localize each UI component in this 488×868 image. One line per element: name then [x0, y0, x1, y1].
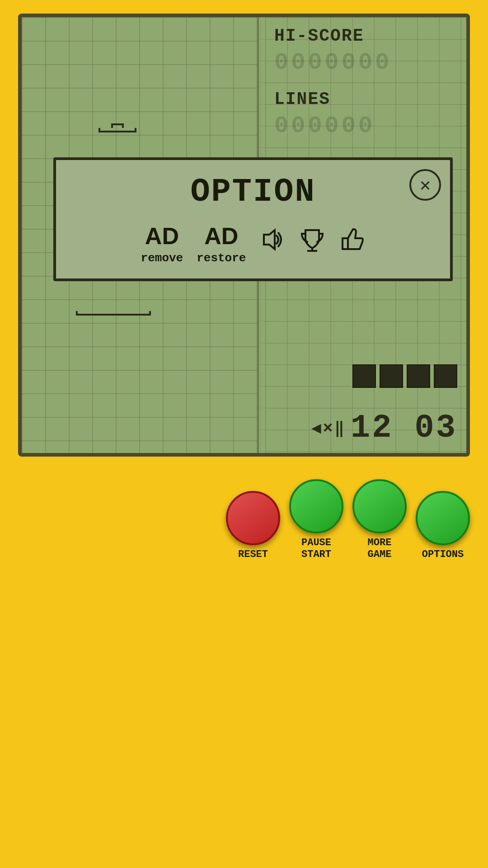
sound-icon [259, 226, 286, 259]
timer-display: ◀×‖ 12 03 [311, 410, 457, 447]
ad-remove-button[interactable]: AD remove [141, 224, 183, 265]
next-block-4 [434, 364, 457, 388]
options-button[interactable] [416, 491, 470, 545]
ad-remove-label: remove [141, 251, 183, 265]
more-game-btn-wrap: MOREGAME [352, 479, 407, 561]
hi-score-value: 0000000 [274, 49, 457, 76]
svg-marker-0 [264, 230, 275, 249]
ad-restore-icon: AD [204, 224, 238, 248]
action-buttons-area: RESET PAUSESTART MOREGAME OPTIONS [226, 479, 470, 561]
next-block-2 [380, 364, 403, 388]
ad-restore-label: restore [197, 251, 246, 265]
reset-label: RESET [238, 549, 268, 561]
options-label: OPTIONS [422, 549, 464, 561]
close-icon: ✕ [420, 174, 431, 196]
pause-start-label: PAUSESTART [301, 537, 331, 561]
hi-score-label: HI-SCORE [274, 26, 457, 46]
thumbsup-icon [339, 226, 365, 259]
trophy-icon [299, 226, 325, 259]
reset-button[interactable] [226, 491, 280, 545]
option-close-button[interactable]: ✕ [409, 169, 441, 201]
ad-remove-icon: AD [145, 224, 179, 248]
game-device: HI-SCORE 0000000 LINES 000000 ◀×‖ [0, 0, 488, 868]
option-buttons-row: AD remove AD restore [70, 224, 436, 265]
trophy-button[interactable] [299, 226, 325, 263]
screen-container: HI-SCORE 0000000 LINES 000000 ◀×‖ [18, 14, 470, 457]
option-dialog: OPTION ✕ AD remove AD restore [53, 157, 453, 281]
lines-label: LINES [274, 90, 457, 109]
more-game-button[interactable] [352, 479, 407, 533]
timer-value: 12 03 [351, 410, 457, 447]
lines-value: 000000 [274, 113, 457, 139]
speed-icons: ◀×‖ [311, 418, 346, 438]
pause-start-btn-wrap: PAUSESTART [289, 479, 343, 561]
next-block-1 [352, 364, 376, 388]
reset-btn-wrap: RESET [226, 491, 280, 561]
svg-rect-3 [343, 238, 348, 249]
options-btn-wrap: OPTIONS [416, 491, 470, 561]
next-block-3 [407, 364, 430, 388]
pause-start-button[interactable] [289, 479, 343, 533]
ad-restore-button[interactable]: AD restore [197, 224, 246, 265]
thumbsup-button[interactable] [339, 226, 365, 263]
controls-area: QUICKLINES+ LEFTLEVEL- RIGHTLEVEL+ DOWNL… [0, 461, 488, 868]
option-title: OPTION [70, 174, 436, 211]
screen-background: HI-SCORE 0000000 LINES 000000 ◀×‖ [22, 17, 466, 453]
sound-button[interactable] [259, 226, 286, 263]
more-game-label: MOREGAME [368, 537, 392, 561]
next-piece-area [352, 364, 457, 388]
